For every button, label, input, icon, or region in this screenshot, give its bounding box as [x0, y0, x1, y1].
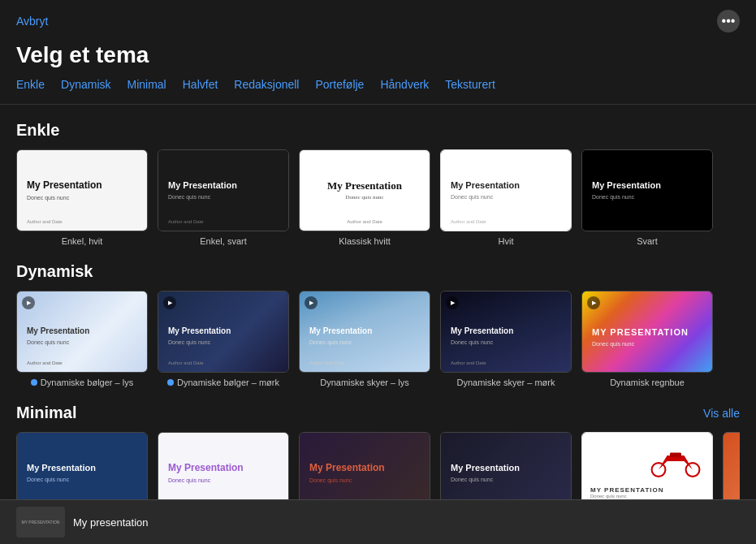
section-enkle: Enkle My Presentation Donec quis nunc Au… — [16, 121, 740, 246]
slide-subtitle: Donec quis nunc — [27, 194, 137, 201]
slide-title-12: My Presentation — [168, 462, 279, 473]
nav-portefolje[interactable]: Portefølje — [315, 78, 364, 91]
slide-subtitle-10: Donec quis nunc — [592, 340, 702, 348]
page-title: Velg et tema — [0, 42, 756, 78]
theme-skyer-mork-label: Dynamiske skyer – mørk — [456, 378, 555, 387]
slide-subtitle-13: Donec quis nunc — [309, 477, 420, 484]
theme-klassisk-label: Klassisk hvitt — [339, 236, 391, 246]
slide-subtitle-8: Donec quis nunc — [309, 339, 420, 346]
top-bar: Avbryt ••• — [0, 0, 756, 42]
theme-skyer-mork[interactable]: ▶ My Presentation Donec quis nunc Author… — [440, 291, 572, 387]
theme-svart[interactable]: My Presentation Donec quis nunc Svart — [581, 149, 713, 246]
slide-subtitle-14: Donec quis nunc — [451, 476, 561, 483]
nav-teksturert[interactable]: Teksturert — [445, 78, 495, 91]
slide-subtitle-4: Donec quis nunc — [451, 193, 561, 201]
nav-dynamisk[interactable]: Dynamisk — [61, 78, 110, 91]
slide-subtitle-12: Donec quis nunc — [168, 477, 279, 484]
nav-minimal[interactable]: Minimal — [127, 78, 166, 91]
slide-subtitle-6: Donec quis nunc — [27, 339, 137, 346]
nav-redaksjonell[interactable]: Redaksjonell — [234, 78, 299, 91]
svg-rect-3 — [670, 453, 681, 458]
dot-icon — [31, 379, 37, 386]
slide-subtitle-3: Donec quis nunc — [345, 194, 383, 201]
theme-hvit-label: Hvit — [499, 236, 514, 246]
slide-author-4: Author and Date — [451, 219, 486, 224]
theme-klassisk[interactable]: My Presentation Donec quis nunc Author a… — [299, 149, 430, 246]
nav-enkle[interactable]: Enkle — [16, 78, 45, 91]
nav-halvfet[interactable]: Halvfet — [183, 78, 218, 91]
play-icon-2: ▶ — [163, 296, 176, 309]
theme-hvit-thumb: My Presentation Donec quis nunc Author a… — [440, 149, 572, 231]
slide-subtitle-11: Donec quis nunc — [27, 476, 137, 483]
slide-title-14: My Presentation — [451, 463, 561, 473]
theme-regnbue[interactable]: ▶ My Presentation Donec quis nunc Dynami… — [581, 291, 713, 387]
see-all-minimal-button[interactable]: Vis alle — [703, 407, 740, 420]
slide-title-9: My Presentation — [451, 326, 561, 336]
nav-handverk[interactable]: Håndverk — [380, 78, 429, 91]
theme-enkel-hvit-thumb: My Presentation Donec quis nunc Author a… — [16, 149, 148, 231]
theme-regnbue-label: Dynamisk regnbue — [610, 378, 685, 387]
theme-bolger-mork-thumb: ▶ My Presentation Donec quis nunc Author… — [158, 291, 289, 373]
slide-title: My Presentation — [27, 179, 137, 191]
theme-klassisk-thumb: My Presentation Donec quis nunc Author a… — [299, 149, 430, 231]
bottom-presentation-thumb: MY PRESENTATION — [16, 507, 65, 538]
theme-skyer-mork-thumb: ▶ My Presentation Donec quis nunc Author… — [440, 291, 572, 373]
more-button[interactable]: ••• — [717, 10, 740, 32]
slide-subtitle-2: Donec quis nunc — [168, 193, 279, 201]
theme-bolger-mork[interactable]: ▶ My Presentation Donec quis nunc Author… — [158, 291, 289, 387]
slide-author: Author and Date — [27, 219, 63, 224]
theme-bolger-lys-label: Dynamiske bølger – lys — [31, 378, 133, 387]
slide-subtitle-7: Donec quis nunc — [168, 339, 279, 346]
section-minimal-title: Minimal — [16, 404, 76, 422]
dot-icon-2 — [167, 379, 174, 386]
section-enkle-header: Enkle — [16, 121, 740, 140]
play-icon-4: ▶ — [446, 296, 459, 309]
bottom-presentation-label: My presentation — [73, 516, 149, 529]
category-nav: Enkle Dynamisk Minimal Halvfet Redaksjon… — [0, 78, 756, 105]
play-icon-5: ▶ — [587, 296, 600, 309]
slide-title-4: My Presentation — [451, 180, 561, 191]
theme-bolger-lys[interactable]: ▶ My Presentation Donec quis nunc Author… — [16, 291, 148, 387]
slide-title-13: My Presentation — [309, 462, 420, 473]
slide-subtitle-5: Donec quis nunc — [592, 193, 702, 201]
theme-skyer-lys-label: Dynamiske skyer – lys — [320, 378, 408, 387]
theme-bolger-lys-thumb: ▶ My Presentation Donec quis nunc Author… — [16, 291, 148, 373]
section-dynamisk-header: Dynamisk — [16, 262, 740, 281]
theme-hvit[interactable]: My Presentation Donec quis nunc Author a… — [440, 149, 572, 246]
play-icon-3: ▶ — [305, 296, 318, 309]
section-minimal-header: Minimal Vis alle — [16, 404, 740, 422]
theme-svart-label: Svart — [637, 236, 658, 246]
slide-title-10: My Presentation — [592, 327, 702, 338]
dynamisk-themes-row: ▶ My Presentation Donec quis nunc Author… — [16, 291, 740, 387]
slide-author-7: Author and Date — [168, 361, 204, 365]
section-dynamisk: Dynamisk ▶ My Presentation Donec quis nu… — [16, 262, 740, 387]
slide-author-3: Author and Date — [347, 219, 382, 224]
theme-enkel-svart-label: Enkel, svart — [200, 236, 246, 246]
slide-title-6: My Presentation — [27, 326, 137, 336]
slide-author-8: Author and Date — [309, 361, 345, 365]
theme-skyer-lys[interactable]: ▶ My Presentation Donec quis nunc Author… — [299, 291, 430, 387]
theme-enkel-svart[interactable]: My Presentation Donec quis nunc Author a… — [158, 149, 289, 246]
theme-bolger-mork-label: Dynamiske bølger – mørk — [167, 378, 279, 387]
cancel-button[interactable]: Avbryt — [16, 15, 48, 28]
slide-title-3: My Presentation — [327, 179, 402, 192]
theme-skyer-lys-thumb: ▶ My Presentation Donec quis nunc Author… — [299, 291, 430, 373]
slide-author-6: Author and Date — [27, 361, 63, 365]
theme-enkel-hvit[interactable]: My Presentation Donec quis nunc Author a… — [16, 149, 148, 246]
theme-regnbue-thumb: ▶ My Presentation Donec quis nunc — [581, 291, 713, 373]
bottom-bar: MY PRESENTATION My presentation — [0, 499, 756, 544]
theme-svart-thumb: My Presentation Donec quis nunc — [581, 149, 713, 231]
slide-author-2: Author and Date — [168, 219, 204, 224]
slide-author-9: Author and Date — [451, 361, 486, 365]
slide-title-2: My Presentation — [168, 180, 279, 191]
main-content: Enkle My Presentation Donec quis nunc Au… — [0, 105, 756, 544]
slide-title-7: My Presentation — [168, 326, 279, 336]
enkle-themes-row: My Presentation Donec quis nunc Author a… — [16, 149, 740, 246]
slide-title-5: My Presentation — [592, 180, 702, 191]
play-icon-1: ▶ — [22, 296, 35, 309]
section-dynamisk-title: Dynamisk — [16, 262, 93, 281]
section-enkle-title: Enkle — [16, 121, 59, 140]
svg-marker-2 — [659, 455, 693, 470]
theme-enkel-hvit-label: Enkel, hvit — [62, 236, 103, 246]
slide-title-11: My Presentation — [27, 463, 137, 473]
